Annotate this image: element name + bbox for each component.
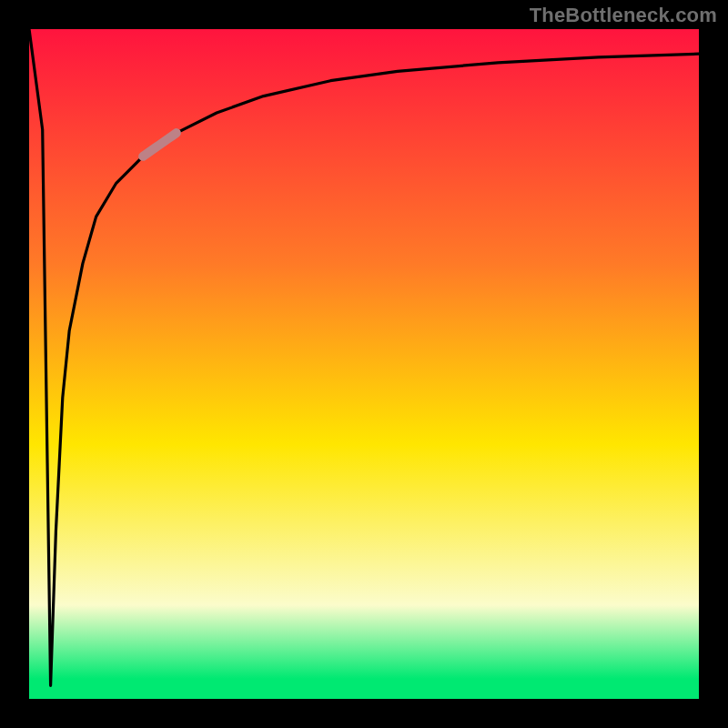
watermark-label: TheBottleneck.com [530,4,717,27]
chart-svg [0,0,728,728]
plot-background [29,29,699,699]
chart-frame: TheBottleneck.com [0,0,728,728]
